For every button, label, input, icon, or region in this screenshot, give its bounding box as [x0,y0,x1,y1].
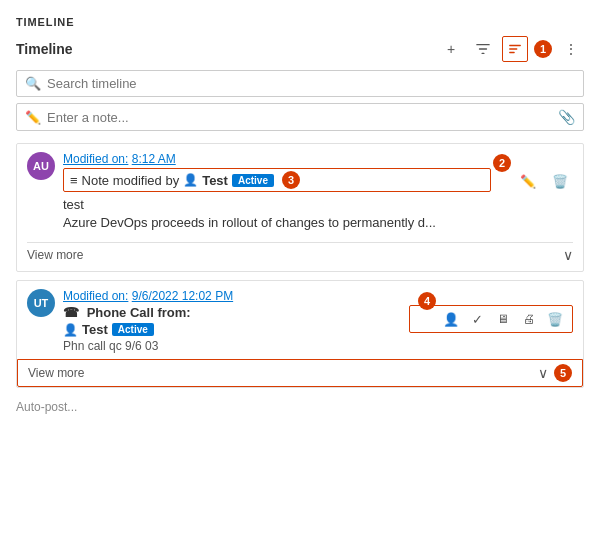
phone-left: ☎ Phone Call from: 👤 Test Active Phn cal… [63,305,401,353]
view-more-2[interactable]: View more ∨ 5 [17,359,583,387]
item-header-2: UT Modified on: 9/6/2022 12:02 PM ☎ Phon… [27,289,573,353]
view-more-text-2: View more [28,366,84,380]
delete-button-2[interactable]: 🗑️ [544,308,566,330]
assign-button[interactable]: 👤 [440,308,462,330]
note-bar[interactable]: ✏️ 📎 [16,103,584,131]
edit-button-1[interactable]: ✏️ [515,168,541,194]
search-bar[interactable]: 🔍 [16,70,584,97]
badge-1: 1 [534,40,552,58]
avatar-ut: UT [27,289,55,317]
chevron-down-icon-2: ∨ [538,365,548,381]
body-line2-1: Azure DevOps proceeds in rollout of chan… [63,214,573,232]
pencil-icon: ✏️ [25,110,41,125]
modified-on-2: Modified on: 9/6/2022 12:02 PM [63,289,573,303]
phone-icon: ☎ [63,305,79,320]
user-icon-2: 👤 [63,323,78,337]
chevron-down-icon-1: ∨ [563,247,573,263]
item-meta-2: Modified on: 9/6/2022 12:02 PM ☎ Phone C… [63,289,573,353]
badge-4: 4 [418,292,436,310]
header-actions: + 1 ⋮ [438,36,584,62]
timeline-item-2: UT Modified on: 9/6/2022 12:02 PM ☎ Phon… [16,280,584,388]
delete-button-1[interactable]: 🗑️ [547,168,573,194]
note-icon: ≡ [70,173,78,188]
timeline-item-1: AU Modified on: 8:12 AM ≡ Note modified … [16,143,584,272]
item-meta-1: Modified on: 8:12 AM ≡ Note modified by … [63,152,573,236]
note-row-left: ≡ Note modified by 👤 Test Active 3 [63,168,491,196]
phone-actions: 4 👤 ✓ 🖥 🖨 🗑️ [409,305,573,333]
item-actions-right-1: 2 ✏️ 🗑️ [491,168,573,194]
badge-2: 2 [493,154,511,172]
phn-call-text: Phn call qc 9/6 03 [63,339,401,353]
phone-user-row: 👤 Test Active [63,322,401,337]
note-modified-row: ≡ Note modified by 👤 Test Active 3 [63,168,491,192]
avatar-au: AU [27,152,55,180]
phone-call-label: ☎ Phone Call from: [63,305,401,320]
active-badge-1: Active [232,174,274,187]
timeline-title: TIMELINE [0,16,600,36]
item-body-1: test Azure DevOps proceeds in rollout of… [63,196,573,232]
active-badge-2: Active [112,323,154,336]
modified-time-2: 9/6/2022 12:02 PM [132,289,233,303]
note-bar-left: ✏️ [25,110,215,125]
item-header-1: AU Modified on: 8:12 AM ≡ Note modified … [27,152,573,236]
search-input[interactable] [47,76,575,91]
open-record-button[interactable]: 🖥 [492,308,514,330]
note-row-wrapper: ≡ Note modified by 👤 Test Active 3 2 ✏️ … [63,168,573,196]
user-name-2: Test [82,322,108,337]
attachment-icon[interactable]: 📎 [558,109,575,125]
timeline-section: TIMELINE Timeline + 1 ⋮ 🔍 ✏️ [0,0,600,418]
user-icon-1: 👤 [183,173,198,187]
body-line1-1: test [63,196,573,214]
note-modified-label: Note modified by [82,173,180,188]
view-more-text-1: View more [27,248,83,262]
note-input[interactable] [47,110,215,125]
filter-button[interactable] [470,36,496,62]
user-name-1: Test [202,173,228,188]
auto-post-row: Auto-post... [0,396,600,418]
view-more-1[interactable]: View more ∨ [27,242,573,263]
search-icon: 🔍 [25,76,41,91]
add-button[interactable]: + [438,36,464,62]
email-button[interactable]: 🖨 [518,308,540,330]
timeline-label: Timeline [16,41,73,57]
timeline-header: Timeline + 1 ⋮ [0,36,600,70]
badge-3: 3 [282,171,300,189]
phone-row: ☎ Phone Call from: 👤 Test Active Phn cal… [63,305,573,353]
sort-button[interactable] [502,36,528,62]
badge-5: 5 [554,364,572,382]
more-button[interactable]: ⋮ [558,36,584,62]
modified-time-1[interactable]: 8:12 AM [132,152,176,166]
complete-button[interactable]: ✓ [466,308,488,330]
